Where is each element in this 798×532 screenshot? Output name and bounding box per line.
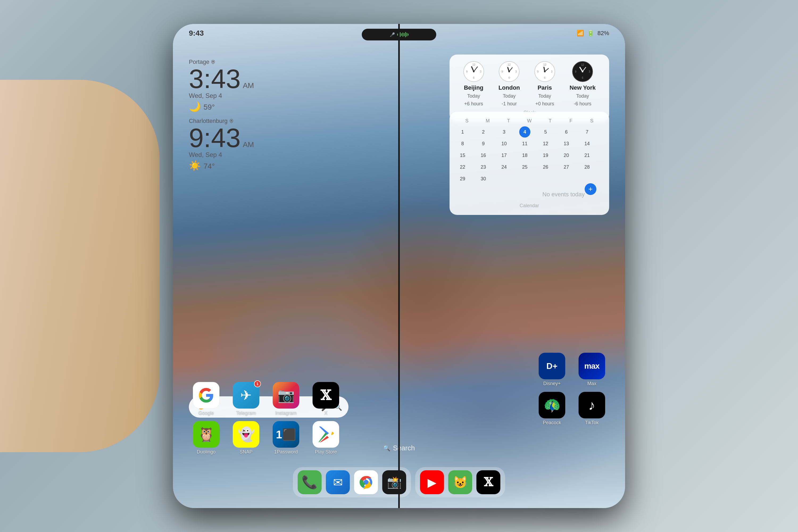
playstore-label: Play Store [315, 449, 337, 455]
calendar-widget[interactable]: S M T W T F S 1 2 3 4 5 6 7 8 9 [450, 112, 609, 215]
svg-text:12: 12 [508, 63, 511, 66]
charlottenburg-ampm: AM [243, 140, 254, 149]
charlottenburg-widget[interactable]: Charlottenburg 9:43 AM Wed, Sep 4 ☀️ 74° [189, 118, 254, 171]
calendar-header: S M T W T F S [457, 118, 602, 124]
dock-phone[interactable]: 📞 [298, 470, 322, 494]
telegram-label: Telegram [236, 410, 256, 416]
charlottenburg-date: Wed, Sep 4 [189, 151, 254, 158]
1password-label: 1Password [274, 449, 298, 455]
disney-label: Disney+ [543, 381, 561, 386]
svg-text:3: 3 [480, 70, 481, 73]
app-x[interactable]: 𝕏 X [308, 382, 343, 416]
beijing-analog-clock: 12 6 9 3 [463, 61, 484, 82]
svg-text:3: 3 [589, 70, 590, 73]
svg-text:12: 12 [543, 63, 546, 66]
svg-text:3: 3 [515, 70, 517, 73]
london-city-label: London [498, 84, 520, 91]
background: 9:43 📶 🔋 82% 🎤 [0, 0, 798, 532]
app-snap[interactable]: 👻 SNAP [229, 421, 263, 455]
portage-ampm: AM [243, 81, 254, 90]
app-google[interactable]: Google [189, 382, 224, 416]
google-icon-svg [198, 387, 214, 403]
newyork-clock: 12 6 9 3 New York Today -6 hours [570, 61, 595, 107]
portage-temp: 59° [204, 103, 215, 111]
svg-point-1 [231, 120, 232, 121]
duolingo-label: Duolingo [196, 449, 215, 455]
location-icon-2 [229, 119, 233, 123]
app-tiktok[interactable]: ♪ TikTok [574, 392, 609, 425]
left-app-grid: Google ✈ 1 Telegram 📷 Instagram [189, 382, 343, 455]
hand [0, 80, 159, 452]
dock-x[interactable]: 𝕏 [476, 470, 500, 494]
wifi-icon: 📶 [577, 30, 584, 37]
app-playstore[interactable]: Play Store [308, 421, 343, 455]
x-label: X [324, 410, 327, 416]
svg-text:6: 6 [473, 76, 475, 79]
charlottenburg-temp: 74° [204, 162, 215, 171]
phone-frame: 9:43 📶 🔋 82% 🎤 [173, 24, 625, 508]
playstore-icon-svg [318, 426, 334, 442]
newyork-offset: -6 hours [574, 101, 591, 107]
svg-point-17 [508, 71, 510, 72]
app-instagram[interactable]: 📷 Instagram [269, 382, 303, 416]
battery-percent: 82% [597, 30, 609, 37]
dock-files[interactable]: 😺 [448, 470, 472, 494]
beijing-city-label: Beijing [464, 84, 483, 91]
paris-city-label: Paris [537, 84, 552, 91]
svg-text:12: 12 [581, 63, 584, 66]
calendar-grid: 1 2 3 4 5 6 7 8 9 10 11 12 13 14 15 16 1 [457, 126, 602, 184]
paris-clock: 12 6 9 3 Paris Today +0 hours [534, 61, 555, 107]
svg-point-0 [212, 61, 214, 62]
status-time: 9:43 [189, 29, 204, 38]
svg-point-25 [544, 71, 546, 72]
newyork-city-label: New York [570, 84, 595, 91]
app-telegram[interactable]: ✈ 1 Telegram [229, 382, 263, 416]
fold-line [398, 24, 400, 508]
search-bottom-icon: 🔍 [383, 445, 390, 452]
london-offset: -1 hour [502, 101, 517, 107]
right-app-grid: D+ Disney+ max Max 🦚 Peacock [535, 353, 609, 425]
svg-text:9: 9 [466, 70, 468, 73]
svg-text:9: 9 [537, 70, 539, 73]
london-clock: 12 6 9 3 London Today -1 hour [498, 61, 520, 107]
snap-label: SNAP [240, 449, 252, 455]
world-clocks-row: 12 6 9 3 Beijing Today +6 hours [456, 61, 603, 107]
beijing-clock: 12 6 9 3 Beijing Today +6 hours [463, 61, 484, 107]
max-label: Max [587, 381, 596, 386]
svg-text:6: 6 [544, 76, 546, 79]
svg-text:9: 9 [575, 70, 576, 73]
dock-youtube[interactable]: ▶ [420, 470, 444, 494]
portage-time: 3:43 [189, 65, 241, 92]
beijing-today: Today [467, 93, 480, 99]
instagram-label: Instagram [275, 410, 297, 416]
svg-text:3: 3 [551, 70, 552, 73]
svg-point-33 [582, 71, 583, 72]
search-bottom-label: Search [393, 444, 415, 452]
status-right: 📶 🔋 82% [577, 30, 609, 37]
left-clock-widgets: Portage 3:43 AM Wed, Sep 4 🌙 59° [189, 58, 254, 174]
calendar-add-button[interactable]: + [585, 183, 596, 195]
paris-offset: +0 hours [535, 101, 554, 107]
app-duolingo[interactable]: 🦉 Duolingo [189, 421, 224, 455]
calendar-label: Calendar [457, 203, 602, 209]
dock-chrome[interactable] [354, 470, 378, 494]
dock-group-1: 📞 ✉ [293, 467, 411, 497]
svg-text:9: 9 [501, 70, 503, 73]
charlottenburg-time: 9:43 [189, 125, 241, 151]
tiktok-label: TikTok [585, 420, 598, 425]
peacock-label: Peacock [543, 420, 561, 425]
svg-point-9 [473, 71, 475, 72]
portage-widget[interactable]: Portage 3:43 AM Wed, Sep 4 🌙 59° [189, 58, 254, 112]
sun-icon: ☀️ [189, 160, 201, 171]
app-max[interactable]: max Max [574, 353, 609, 386]
london-analog-clock: 12 6 9 3 [498, 61, 520, 82]
dock-camera[interactable]: 📸 [382, 470, 406, 494]
svg-text:6: 6 [508, 76, 510, 79]
telegram-badge: 1 [254, 380, 261, 387]
google-label: Google [198, 410, 214, 416]
chrome-icon-svg [359, 475, 374, 490]
app-peacock[interactable]: 🦚 Peacock [535, 392, 569, 425]
dock-email[interactable]: ✉ [326, 470, 350, 494]
app-disney[interactable]: D+ Disney+ [535, 353, 569, 386]
app-1password[interactable]: 1⬛ 1Password [269, 421, 303, 455]
